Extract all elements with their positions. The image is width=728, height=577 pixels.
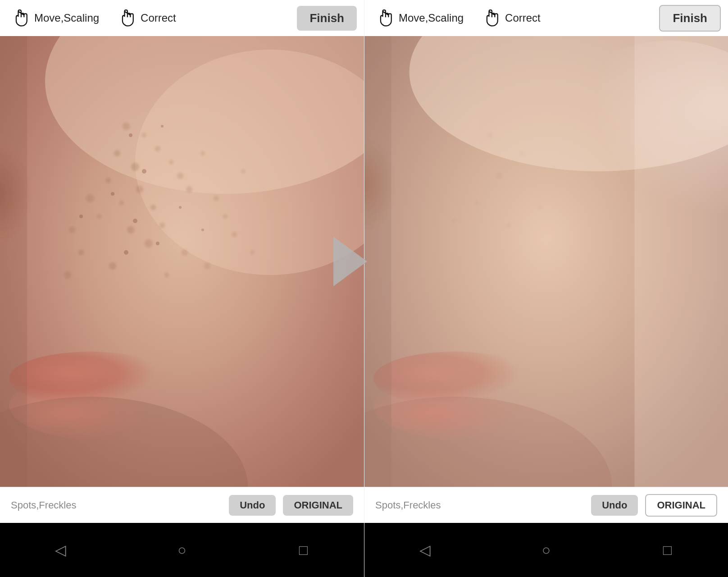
svg-point-8 <box>131 163 139 171</box>
svg-point-41 <box>201 229 204 231</box>
left-move-scaling-button[interactable]: Move,Scaling <box>7 6 103 30</box>
svg-point-37 <box>111 192 114 196</box>
hand-icon-right-correct <box>482 8 501 28</box>
svg-point-14 <box>150 205 156 210</box>
left-finish-button[interactable]: Finish <box>297 6 357 31</box>
svg-point-4 <box>123 123 130 130</box>
left-back-button[interactable]: ◁ <box>50 539 72 561</box>
left-nav-bar: ◁ ○ □ <box>0 523 364 577</box>
svg-rect-47 <box>0 36 27 487</box>
right-original-button[interactable]: ORIGINAL <box>645 494 717 517</box>
svg-point-23 <box>223 214 228 219</box>
left-square-button[interactable]: □ <box>292 539 314 561</box>
left-face-svg <box>0 36 364 487</box>
left-correct-label: Correct <box>141 12 176 24</box>
left-bottom-label: Spots,Freckles <box>11 499 222 511</box>
svg-point-22 <box>69 227 75 233</box>
svg-point-20 <box>97 214 101 219</box>
right-panel: Move,Scaling Correct Finish <box>364 0 728 577</box>
svg-point-6 <box>114 150 120 156</box>
svg-point-40 <box>79 215 83 218</box>
svg-point-30 <box>204 263 210 269</box>
right-move-scaling-button[interactable]: Move,Scaling <box>372 6 467 30</box>
svg-point-28 <box>241 169 246 174</box>
left-undo-button[interactable]: Undo <box>229 495 276 516</box>
left-face-image <box>0 36 364 487</box>
svg-point-11 <box>136 186 143 193</box>
svg-point-39 <box>133 219 137 223</box>
svg-point-25 <box>78 250 84 255</box>
right-move-scaling-label: Move,Scaling <box>399 12 464 24</box>
hand-icon-left-move <box>11 8 31 28</box>
svg-point-21 <box>214 196 219 201</box>
svg-point-12 <box>119 201 124 205</box>
svg-point-10 <box>105 178 111 183</box>
svg-point-27 <box>109 262 116 270</box>
svg-point-34 <box>129 133 132 137</box>
svg-point-31 <box>164 273 169 277</box>
svg-point-33 <box>250 250 255 255</box>
left-image-area <box>0 36 364 487</box>
svg-point-5 <box>142 133 146 137</box>
svg-rect-65 <box>364 36 728 487</box>
left-original-button[interactable]: ORIGINAL <box>283 495 353 516</box>
left-move-scaling-label: Move,Scaling <box>34 12 99 24</box>
left-home-button[interactable]: ○ <box>171 539 193 561</box>
right-face-svg <box>364 36 728 487</box>
svg-point-13 <box>177 173 183 179</box>
svg-point-32 <box>64 271 71 279</box>
left-bottom-bar: Spots,Freckles Undo ORIGINAL <box>0 487 364 523</box>
left-toolbar: Move,Scaling Correct Finish <box>0 0 364 36</box>
left-panel: Move,Scaling Correct Finish <box>0 0 364 577</box>
svg-point-9 <box>169 160 173 165</box>
svg-point-35 <box>161 125 164 128</box>
svg-point-36 <box>142 169 146 174</box>
svg-point-18 <box>159 223 165 228</box>
hand-icon-right-move <box>375 8 395 28</box>
right-bottom-label: Spots,Freckles <box>375 499 584 511</box>
svg-point-43 <box>124 250 128 255</box>
right-back-button[interactable]: ◁ <box>414 539 436 561</box>
svg-point-38 <box>179 206 182 209</box>
svg-point-26 <box>182 249 188 256</box>
svg-point-17 <box>186 186 192 192</box>
right-face-image <box>364 36 728 487</box>
right-toolbar: Move,Scaling Correct Finish <box>364 0 728 36</box>
right-correct-button[interactable]: Correct <box>478 6 544 30</box>
right-nav-bar: ◁ ○ □ <box>364 523 728 577</box>
right-bottom-bar: Spots,Freckles Undo ORIGINAL <box>364 487 728 523</box>
left-correct-button[interactable]: Correct <box>114 6 180 30</box>
right-finish-button[interactable]: Finish <box>659 5 721 32</box>
svg-point-16 <box>200 151 205 156</box>
right-image-area <box>364 36 728 487</box>
right-correct-label: Correct <box>505 12 541 24</box>
right-square-button[interactable]: □ <box>657 539 678 561</box>
svg-point-19 <box>127 226 134 234</box>
right-home-button[interactable]: ○ <box>536 539 557 561</box>
svg-point-29 <box>232 232 237 237</box>
svg-point-24 <box>145 239 153 247</box>
right-undo-button[interactable]: Undo <box>591 495 638 516</box>
svg-point-15 <box>86 194 94 202</box>
svg-point-7 <box>155 146 160 151</box>
svg-point-42 <box>156 242 159 245</box>
hand-icon-left-correct <box>117 8 137 28</box>
